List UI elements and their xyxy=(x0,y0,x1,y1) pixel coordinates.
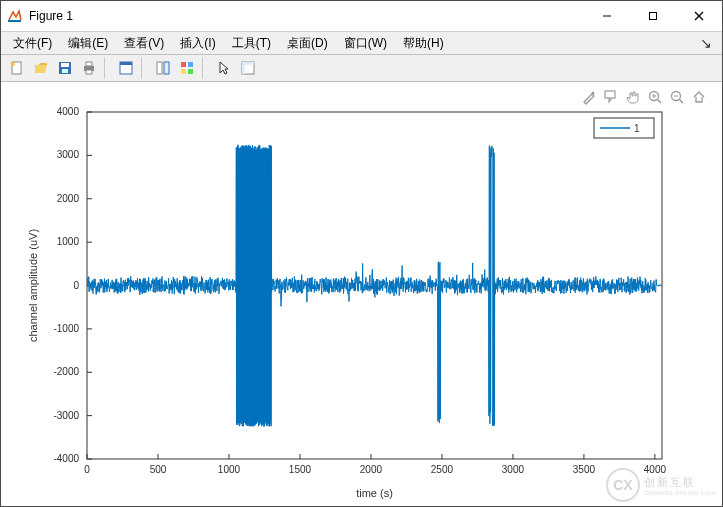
svg-text:-3000: -3000 xyxy=(53,410,79,421)
save-button[interactable] xyxy=(53,56,77,80)
close-button[interactable] xyxy=(676,1,722,31)
print-button[interactable] xyxy=(77,56,101,80)
svg-text:3500: 3500 xyxy=(573,464,596,475)
minimize-button[interactable] xyxy=(584,1,630,31)
svg-text:1000: 1000 xyxy=(57,236,80,247)
svg-rect-23 xyxy=(242,62,254,65)
plot-tools-button[interactable] xyxy=(236,56,260,80)
svg-text:3000: 3000 xyxy=(57,149,80,160)
menubar: 文件(F) 编辑(E) 查看(V) 插入(I) 工具(T) 桌面(D) 窗口(W… xyxy=(1,32,722,55)
axes[interactable]: 05001000150020002500300035004000-4000-30… xyxy=(1,82,722,505)
watermark-logo: CX xyxy=(606,468,640,502)
svg-text:-2000: -2000 xyxy=(53,366,79,377)
svg-text:500: 500 xyxy=(150,464,167,475)
toolbar xyxy=(1,55,722,82)
svg-text:1000: 1000 xyxy=(218,464,241,475)
toolbar-separator xyxy=(202,57,209,79)
menu-overflow-icon[interactable]: ↘ xyxy=(694,35,718,51)
svg-text:2500: 2500 xyxy=(431,464,454,475)
menu-help[interactable]: 帮助(H) xyxy=(395,33,452,54)
figure-window: Figure 1 文件(F) 编辑(E) 查看(V) 插入(I) 工具(T) 桌… xyxy=(0,0,723,507)
svg-rect-19 xyxy=(181,69,186,74)
svg-rect-11 xyxy=(86,62,92,66)
watermark-line1: 创新互联 xyxy=(644,475,716,490)
svg-rect-12 xyxy=(86,70,92,74)
figure-canvas: 05001000150020002500300035004000-4000-30… xyxy=(1,82,722,506)
window-title: Figure 1 xyxy=(29,9,73,23)
svg-text:2000: 2000 xyxy=(360,464,383,475)
menu-view[interactable]: 查看(V) xyxy=(116,33,172,54)
svg-text:-4000: -4000 xyxy=(53,453,79,464)
menu-window[interactable]: 窗口(W) xyxy=(336,33,395,54)
toolbar-separator xyxy=(141,57,148,79)
svg-rect-9 xyxy=(62,69,68,73)
svg-text:0: 0 xyxy=(73,280,79,291)
data-cursor-button[interactable] xyxy=(114,56,138,80)
matlab-icon xyxy=(7,8,23,24)
svg-text:2000: 2000 xyxy=(57,193,80,204)
svg-text:4000: 4000 xyxy=(57,106,80,117)
svg-rect-18 xyxy=(188,62,193,67)
svg-point-6 xyxy=(11,62,15,66)
menu-desktop[interactable]: 桌面(D) xyxy=(279,33,336,54)
svg-rect-14 xyxy=(120,62,132,65)
maximize-button[interactable] xyxy=(630,1,676,31)
svg-text:time (s): time (s) xyxy=(356,487,393,499)
open-button[interactable] xyxy=(29,56,53,80)
menu-file[interactable]: 文件(F) xyxy=(5,33,60,54)
pointer-button[interactable] xyxy=(212,56,236,80)
svg-text:-1000: -1000 xyxy=(53,323,79,334)
svg-text:1500: 1500 xyxy=(289,464,312,475)
svg-text:3000: 3000 xyxy=(502,464,525,475)
svg-text:0: 0 xyxy=(84,464,90,475)
svg-rect-17 xyxy=(181,62,186,67)
svg-rect-15 xyxy=(157,62,162,74)
svg-rect-16 xyxy=(164,62,169,74)
svg-rect-20 xyxy=(188,69,193,74)
insert-colorbar-button[interactable] xyxy=(175,56,199,80)
svg-rect-8 xyxy=(61,63,69,67)
link-plot-button[interactable] xyxy=(151,56,175,80)
watermark-line2: CHUANG XIN HU LIAN xyxy=(644,490,716,496)
menu-edit[interactable]: 编辑(E) xyxy=(60,33,116,54)
svg-rect-2 xyxy=(650,13,657,20)
svg-text:1: 1 xyxy=(634,123,640,134)
toolbar-separator xyxy=(104,57,111,79)
menu-insert[interactable]: 插入(I) xyxy=(172,33,223,54)
new-figure-button[interactable] xyxy=(5,56,29,80)
svg-text:channel amplitude (uV): channel amplitude (uV) xyxy=(27,229,39,342)
watermark: CX 创新互联 CHUANG XIN HU LIAN xyxy=(606,468,716,502)
titlebar: Figure 1 xyxy=(1,1,722,32)
svg-rect-0 xyxy=(8,20,21,22)
menu-tools[interactable]: 工具(T) xyxy=(224,33,279,54)
